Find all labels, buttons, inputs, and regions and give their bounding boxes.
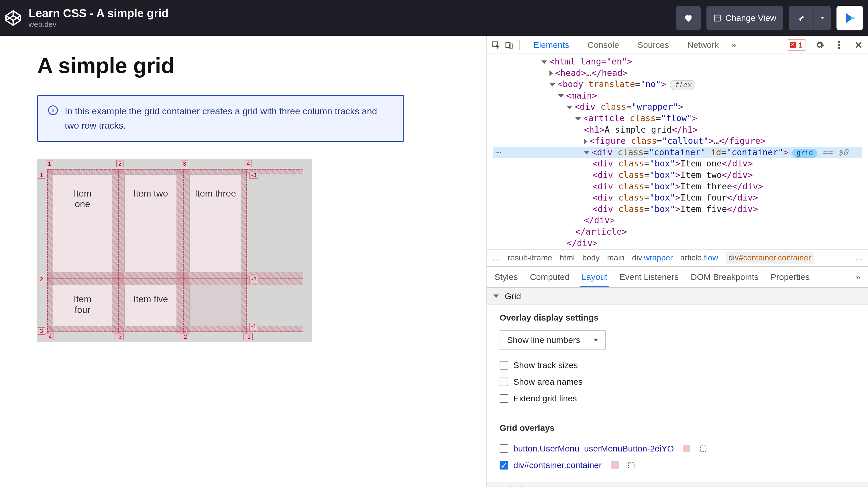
grid-section-head[interactable]: Grid — [487, 288, 868, 305]
error-badge[interactable]: 1 — [787, 39, 806, 51]
subtab-events[interactable]: Event Listeners — [618, 267, 680, 287]
svg-rect-0 — [714, 15, 720, 21]
overlay-row-1[interactable]: button.UserMenu_userMenuButton-2eiYO — [500, 440, 856, 457]
grid-item-5: Item five — [124, 285, 177, 326]
dom-selected-row[interactable]: <div class="container" id="container">gr… — [493, 147, 862, 158]
title-block: Learn CSS - A simple grid web.dev — [29, 7, 168, 29]
grid-bcol-2: -3 — [115, 333, 124, 340]
subtab-styles[interactable]: Styles — [493, 267, 520, 287]
crumb-more[interactable]: … — [855, 253, 863, 263]
grid-item-2: Item two — [124, 175, 177, 272]
info-icon: i — [48, 105, 58, 115]
grid-neg-mid: -2 — [249, 276, 258, 283]
device-toggle-icon[interactable] — [503, 39, 515, 51]
grid-bcol-1: -4 — [45, 333, 54, 340]
grid-neg-top: -3 — [249, 172, 258, 179]
inspect-icon[interactable] — [490, 39, 502, 51]
overlay-row-2[interactable]: ✓ div#container.container — [500, 457, 856, 474]
grid-row-3: 3 — [38, 328, 45, 335]
svg-point-6 — [838, 47, 840, 49]
overlay-settings-heading: Overlay display settings — [500, 313, 856, 323]
crumb-ellipsis[interactable]: … — [492, 253, 500, 263]
crumb-container[interactable]: div#container.container — [725, 252, 814, 264]
crumb-iframe[interactable]: result-iframe — [507, 253, 552, 263]
chevron-down-icon — [819, 15, 825, 21]
devtools-pane: Elements Console Sources Network » 1 — [487, 36, 868, 487]
subtab-more[interactable]: » — [854, 267, 862, 287]
error-count: 1 — [799, 41, 803, 50]
grid-demo: 1 2 3 4 1 2 3 -3 -2 -1 -4 -3 -2 -1 — [37, 159, 312, 342]
change-view-label: Change View — [725, 13, 776, 23]
line-numbers-select[interactable]: Show line numbers — [500, 330, 606, 350]
svg-point-4 — [838, 41, 840, 43]
subtab-dombp[interactable]: DOM Breakpoints — [689, 267, 760, 287]
tab-more[interactable]: » — [728, 37, 739, 53]
callout-text: In this example the grid container creat… — [65, 104, 393, 133]
grid-overlays-heading: Grid overlays — [500, 423, 856, 433]
preview-pane: A simple grid i In this example the grid… — [0, 36, 487, 487]
grid-col-4: 4 — [245, 160, 252, 167]
grid-neg-bot: -1 — [249, 323, 258, 330]
highlight-icon[interactable] — [628, 461, 635, 469]
pen-author: web.dev — [29, 20, 168, 29]
color-swatch-icon[interactable] — [611, 461, 619, 469]
error-icon — [790, 42, 796, 48]
crumb-body[interactable]: body — [582, 253, 600, 263]
svg-rect-8 — [628, 462, 634, 468]
grid-item-empty — [189, 285, 241, 326]
pin-dropdown-button[interactable] — [813, 6, 831, 30]
chk-area-names[interactable]: Show area names — [500, 373, 856, 390]
pin-button[interactable] — [789, 6, 813, 30]
codepen-header: Learn CSS - A simple grid web.dev Change… — [0, 0, 868, 36]
kebab-icon[interactable] — [833, 39, 845, 51]
flex-section-head[interactable]: Flexbox — [487, 482, 868, 487]
heart-icon — [683, 13, 693, 23]
caret-icon — [842, 11, 857, 25]
crumb-article[interactable]: article.flow — [680, 253, 718, 263]
subtab-computed[interactable]: Computed — [528, 267, 571, 287]
breadcrumb[interactable]: … result-iframe html body main div.wrapp… — [487, 249, 868, 267]
devtools-toolbar: Elements Console Sources Network » 1 — [487, 36, 868, 54]
tab-network[interactable]: Network — [679, 37, 727, 53]
grid-col-2: 2 — [116, 160, 123, 167]
styles-subtabs: Styles Computed Layout Event Listeners D… — [487, 267, 868, 288]
grid-col-1: 1 — [46, 160, 53, 167]
codepen-logo — [3, 8, 24, 28]
crumb-html[interactable]: html — [560, 253, 575, 263]
svg-point-5 — [838, 44, 840, 46]
crumb-wrapper[interactable]: div.wrapper — [632, 253, 673, 263]
subtab-props[interactable]: Properties — [769, 267, 812, 287]
dom-tree[interactable]: <html lang="en"> <head>…</head> <body tr… — [487, 54, 868, 249]
grid-row-1: 1 — [38, 172, 45, 179]
page-title: A simple grid — [37, 53, 449, 78]
grid-bcol-4: -1 — [244, 333, 253, 340]
subtab-layout[interactable]: Layout — [580, 267, 609, 287]
grid-item-3: Item three — [189, 175, 241, 272]
close-devtools-icon[interactable] — [852, 39, 865, 51]
chevron-down-icon — [594, 339, 598, 341]
highlight-icon[interactable] — [700, 445, 707, 452]
crumb-main[interactable]: main — [607, 253, 624, 263]
color-swatch-icon[interactable] — [683, 445, 690, 452]
tab-elements[interactable]: Elements — [525, 37, 578, 53]
chk-extend-lines[interactable]: Extend grid lines — [500, 390, 856, 407]
grid-col-3: 3 — [181, 160, 188, 167]
settings-icon[interactable] — [813, 39, 826, 51]
tab-sources[interactable]: Sources — [629, 37, 678, 53]
pin-icon — [797, 14, 805, 22]
grid-item-4: Item four — [53, 285, 112, 326]
layout-icon — [713, 14, 721, 22]
like-button[interactable] — [676, 6, 701, 30]
pen-title: Learn CSS - A simple grid — [29, 7, 168, 20]
svg-rect-7 — [701, 446, 707, 452]
callout: i In this example the grid container cre… — [37, 95, 404, 142]
change-view-button[interactable]: Change View — [707, 6, 783, 30]
chk-track-sizes[interactable]: Show track sizes — [500, 357, 856, 373]
layout-panel: Grid Overlay display settings Show line … — [487, 288, 868, 487]
grid-row-2: 2 — [38, 276, 45, 283]
tab-console[interactable]: Console — [579, 37, 628, 53]
grid-item-1: Item one — [53, 175, 112, 272]
external-logo[interactable] — [836, 6, 863, 30]
grid-bcol-3: -2 — [180, 333, 189, 340]
